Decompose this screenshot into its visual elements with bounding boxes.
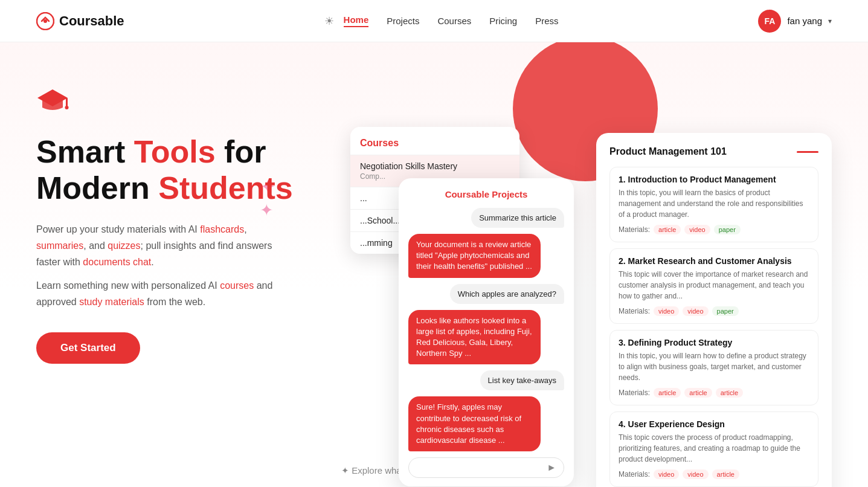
- logo[interactable]: Coursable: [36, 12, 124, 30]
- course-detail-title: Product Management 101: [609, 146, 727, 157]
- tag-article-3: article: [712, 469, 739, 479]
- chat-send-icon[interactable]: ►: [547, 462, 556, 473]
- course-topic-title-3: 4. User Experience Design: [619, 419, 809, 429]
- navbar: Coursable ☀ Home Projects Courses Pricin…: [0, 0, 868, 42]
- chat-bubble-4: List key take-aways: [480, 370, 564, 390]
- nav-projects[interactable]: Projects: [387, 16, 419, 26]
- hero-title-students: Students: [158, 170, 292, 205]
- theme-toggle[interactable]: ☀: [324, 15, 334, 28]
- hero-title: Smart Tools forModern Students: [36, 134, 326, 207]
- chat-msg-5: Sure! Firstly, apples may contribute to …: [408, 396, 564, 451]
- tag-article-2b: article: [684, 388, 712, 398]
- tag-video-3b: video: [683, 469, 708, 479]
- tag-article-0: article: [654, 225, 681, 234]
- chat-msg-1: Your document is a review article titled…: [408, 234, 564, 278]
- course-detail-panel: Product Management 101 1. Introduction t…: [596, 133, 832, 487]
- nav-press[interactable]: Press: [535, 16, 558, 26]
- svg-rect-3: [66, 98, 68, 106]
- tag-article-2c: article: [716, 388, 743, 398]
- hero-title-plain1: Smart: [36, 134, 134, 169]
- courses-panel-title: Courses: [350, 138, 519, 155]
- materials-label-0: Materials:: [619, 225, 650, 234]
- get-started-button[interactable]: Get Started: [36, 332, 140, 364]
- visuals-section: Courses Negotiation Skills Mastery Comp.…: [338, 66, 832, 477]
- nav-home[interactable]: Home: [344, 15, 369, 27]
- user-avatar: FA: [758, 10, 781, 33]
- courses-link[interactable]: courses: [220, 280, 254, 291]
- brand-name: Coursable: [59, 13, 124, 29]
- course-detail-header: Product Management 101: [609, 146, 818, 157]
- flashcards-link[interactable]: flashcards: [200, 224, 244, 234]
- summaries-link[interactable]: summaries: [36, 240, 83, 251]
- course-topic-desc-1: This topic will cover the importance of …: [619, 269, 809, 302]
- materials-row-0: Materials: article video paper: [619, 225, 809, 234]
- nav-pricing[interactable]: Pricing: [489, 16, 517, 26]
- username: fan yang: [787, 16, 822, 26]
- course-detail-accent: [797, 151, 818, 153]
- tag-video-0: video: [684, 225, 710, 234]
- tag-video-3a: video: [654, 469, 679, 479]
- svg-point-1: [43, 19, 47, 23]
- course-item-name-0: Negotiation Skills Mastery: [360, 161, 510, 171]
- hero-title-tools: Tools: [134, 134, 216, 169]
- chat-input[interactable]: [416, 463, 547, 472]
- chat-panel: Coursable Projects Summarize this articl…: [399, 178, 574, 486]
- chat-msg-3: Looks like authors looked into a large l…: [408, 310, 564, 365]
- main-content: Smart Tools forModern Students Power up …: [0, 42, 868, 487]
- tag-video-1b: video: [683, 306, 708, 316]
- chat-input-row: ►: [408, 457, 564, 478]
- chat-msg-2: Which apples are analyzed?: [408, 284, 564, 304]
- course-topic-title-1: 2. Market Research and Customer Analysis: [619, 256, 809, 266]
- materials-label-1: Materials:: [619, 307, 650, 315]
- tag-video-1a: video: [654, 306, 679, 316]
- hero-description-2: Learn something new with personalized AI…: [36, 277, 296, 310]
- course-topic-desc-3: This topic covers the process of product…: [619, 432, 809, 465]
- course-topic-2[interactable]: 3. Defining Product Strategy In this top…: [609, 330, 818, 405]
- course-topic-title-2: 3. Defining Product Strategy: [619, 338, 809, 347]
- chat-bubble-3: Looks like authors looked into a large l…: [408, 310, 541, 365]
- chat-bubble-1: Your document is a review article titled…: [408, 234, 541, 278]
- course-topic-title-0: 1. Introduction to Product Management: [619, 175, 809, 184]
- chat-brand-highlight: Projects: [492, 189, 527, 199]
- user-chevron-icon: ▾: [828, 17, 832, 25]
- user-menu[interactable]: FA fan yang ▾: [758, 10, 832, 33]
- course-topic-3[interactable]: 4. User Experience Design This topic cov…: [609, 411, 818, 487]
- materials-row-3: Materials: video video article: [619, 469, 809, 479]
- tag-article-2a: article: [654, 388, 681, 398]
- materials-row-2: Materials: article article article: [619, 388, 809, 398]
- chat-msg-0: Summarize this article: [408, 208, 564, 228]
- hero-section: Smart Tools forModern Students Power up …: [36, 66, 326, 364]
- svg-point-4: [65, 106, 69, 109]
- study-materials-link[interactable]: study materials: [79, 297, 144, 307]
- nav-center: ☀ Home Projects Courses Pricing Press: [324, 15, 559, 28]
- chat-bubble-5: Sure! Firstly, apples may contribute to …: [408, 396, 541, 451]
- nav-links: Home Projects Courses Pricing Press: [344, 15, 559, 27]
- chat-brand: Coursable: [445, 189, 489, 199]
- hero-description-1: Power up your study materials with AI fl…: [36, 221, 296, 271]
- chat-bubble-2: Which apples are analyzed?: [450, 284, 564, 304]
- materials-label-2: Materials:: [619, 389, 650, 397]
- course-topic-desc-0: In this topic, you will learn the basics…: [619, 187, 809, 220]
- tag-paper-1: paper: [712, 306, 739, 316]
- materials-label-3: Materials:: [619, 470, 650, 479]
- quizzes-link[interactable]: quizzes: [108, 240, 140, 251]
- graduation-icon: [36, 85, 326, 122]
- chat-bubble-0: Summarize this article: [471, 208, 564, 228]
- chat-panel-header: Coursable Projects: [408, 189, 564, 199]
- logo-icon: [36, 12, 54, 30]
- course-topic-0[interactable]: 1. Introduction to Product Management In…: [609, 167, 818, 242]
- materials-row-1: Materials: video video paper: [619, 306, 809, 316]
- chat-msg-4: List key take-aways: [408, 370, 564, 390]
- tag-paper-0: paper: [714, 225, 741, 234]
- documents-chat-link[interactable]: documents chat: [83, 257, 151, 267]
- course-topic-desc-2: In this topic, you will learn how to def…: [619, 350, 809, 383]
- nav-courses[interactable]: Courses: [437, 16, 471, 26]
- course-topic-1[interactable]: 2. Market Research and Customer Analysis…: [609, 248, 818, 324]
